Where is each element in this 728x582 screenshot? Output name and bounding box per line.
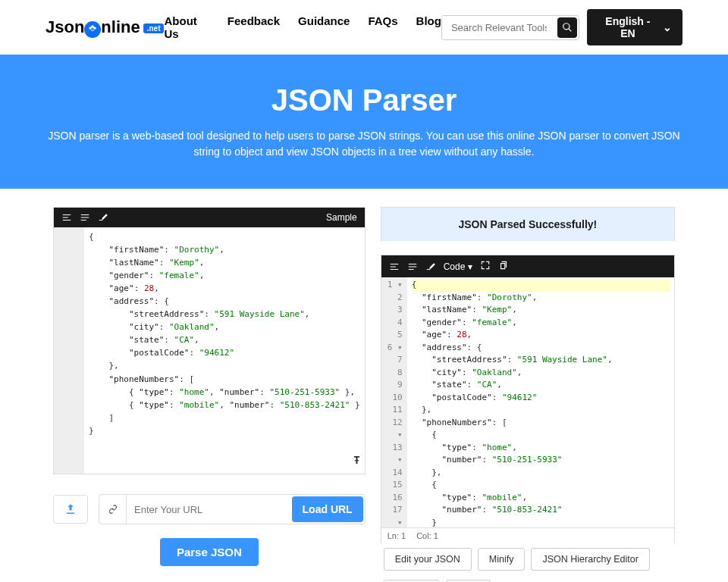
nav-blog[interactable]: Blog [416,14,441,40]
logo-badge: .net [143,23,165,33]
logo-text-nline: nline [101,17,140,37]
input-controls: Load URL [53,494,366,524]
status-bar: Ln: 1 Col: 1 [381,528,675,543]
action-row-2: Validate Copy [381,575,675,582]
format-icon[interactable] [389,261,400,272]
nav-feedback[interactable]: Feedback [228,14,280,40]
main: Sample { "firstName": "Dorothy", "lastNa… [0,189,728,582]
input-toolbar-icons [61,212,108,223]
language-label: English - EN [598,15,658,39]
repair-icon[interactable] [98,212,108,223]
input-toolbar: Sample [54,208,365,227]
load-url-button[interactable]: Load URL [292,496,363,522]
compact-icon[interactable] [407,261,418,272]
hierarchy-editor-button[interactable]: JSON Hierarchy Editor [531,548,649,571]
chevron-down-icon: ⌄ [663,21,672,33]
search-input[interactable] [442,16,556,39]
logo[interactable]: Jsonnline .net [46,17,164,37]
text-mode-icon[interactable]: Ŧ [353,452,359,469]
output-toolbar: Code ▾ [381,255,674,277]
sample-button[interactable]: Sample [326,212,357,223]
nav-about[interactable]: About Us [164,14,209,40]
nav-guidance[interactable]: Guidance [298,14,350,40]
input-editor: Sample { "firstName": "Dorothy", "lastNa… [53,207,366,474]
output-editor: Code ▾ 1 ▾23456 ▾789101112 ▾13 ▾14151617… [381,255,675,528]
repair-icon[interactable] [425,261,436,272]
main-nav: About Us Feedback Guidance FAQs Blog [164,14,441,40]
output-code-area[interactable]: 1 ▾23456 ▾789101112 ▾13 ▾14151617 ▾18192… [381,277,674,527]
minify-button[interactable]: Minify [478,548,526,571]
hero: JSON Parser JSON parser is a web-based t… [0,55,728,189]
edit-json-button[interactable]: Edit your JSON [384,548,472,571]
language-button[interactable]: English - EN⌄ [587,9,682,45]
page-title: JSON Parser [15,83,713,117]
upload-button[interactable] [53,495,88,524]
input-panel: Sample { "firstName": "Dorothy", "lastNa… [53,207,366,582]
url-group: Load URL [99,494,366,524]
logo-icon [84,21,101,38]
success-banner: JSON Parsed Successfully! [381,207,675,241]
logo-text-json: Json [46,17,84,37]
page-subtitle: JSON parser is a web-based tool designed… [46,128,682,160]
status-col: Col: 1 [416,531,438,540]
status-line: Ln: 1 [388,531,406,540]
parse-button[interactable]: Parse JSON [160,538,259,566]
output-panel: JSON Parsed Successfully! Code ▾ 1 ▾2345… [381,207,675,582]
format-icon[interactable] [61,212,72,223]
link-icon [99,495,127,524]
header-right: English - EN⌄ [441,9,682,45]
copy-icon[interactable] [498,260,509,273]
search-button[interactable] [557,17,577,38]
search-box [441,15,579,40]
url-input[interactable] [127,495,290,524]
expand-icon[interactable] [480,260,491,273]
compact-icon[interactable] [80,212,90,223]
nav-faqs[interactable]: FAQs [368,14,397,40]
code-mode-dropdown[interactable]: Code ▾ [444,261,472,272]
output-toolbar-icons [389,261,436,272]
input-code-area[interactable]: { "firstName": "Dorothy", "lastName": "K… [54,227,365,474]
header: Jsonnline .net About Us Feedback Guidanc… [0,0,728,55]
action-row-1: Edit your JSON Minify JSON Hierarchy Edi… [381,543,675,575]
